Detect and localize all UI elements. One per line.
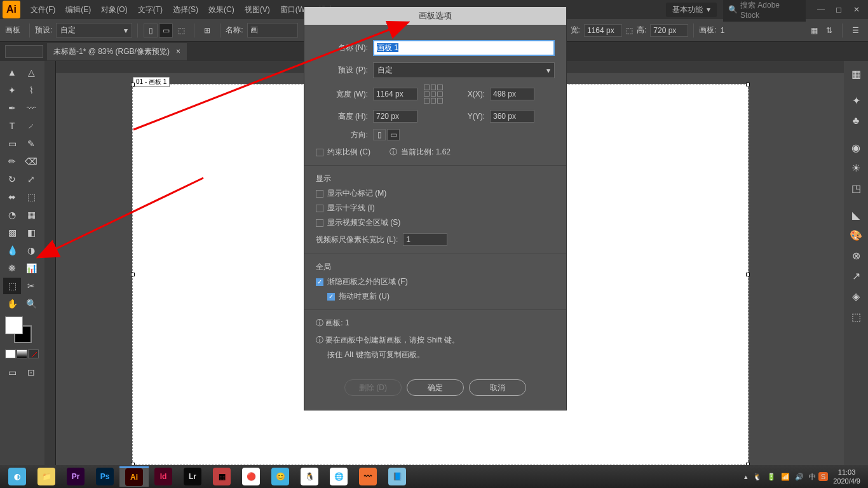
swatches-panel-icon[interactable]: 🎨 [848, 227, 864, 243]
menu-file[interactable]: 文件(F) [25, 4, 60, 15]
magic-wand-tool[interactable]: ✦ [3, 82, 21, 98]
brushes-panel-icon[interactable]: ⊗ [848, 247, 864, 264]
line-tool[interactable]: ⟋ [22, 118, 40, 134]
color-mode-solid[interactable] [5, 349, 16, 358]
preset-select[interactable]: 自定▾ [56, 23, 132, 37]
fill-color[interactable] [5, 316, 23, 334]
fade-outside-checkbox[interactable]: ✓ [316, 278, 323, 286]
artboard-options-icon[interactable]: ⊞ [200, 24, 214, 37]
orientation-portrait-btn[interactable]: ▯ [373, 129, 386, 140]
eraser-tool[interactable]: ⌫ [22, 153, 40, 170]
color-panel-icon[interactable]: ♣ [848, 112, 864, 129]
mesh-tool[interactable]: ▩ [3, 224, 21, 241]
paintbrush-tool[interactable]: ✎ [22, 135, 40, 152]
hand-tool[interactable]: ✋ [3, 295, 21, 312]
name-input[interactable]: 画 [247, 23, 298, 37]
type-tool[interactable]: T [3, 118, 21, 134]
symbol-sprayer-tool[interactable]: ❋ [3, 260, 21, 276]
symbols-panel-icon[interactable]: ↗ [848, 268, 864, 284]
orientation-landscape[interactable]: ▭ [159, 24, 173, 37]
resize-handle-l[interactable] [131, 273, 135, 276]
taskbar-clock[interactable]: 11:03 2020/4/9 [828, 468, 865, 485]
curvature-tool[interactable]: 〰 [22, 100, 40, 116]
tray-volume-icon[interactable]: 🔊 [792, 473, 806, 481]
color-swatch[interactable] [5, 316, 32, 343]
pen-tool[interactable]: ✒ [3, 100, 21, 116]
shaper-tool[interactable]: ✏ [3, 153, 21, 170]
menu-effect[interactable]: 效果(C) [203, 4, 240, 15]
resize-handle-r[interactable] [746, 273, 750, 276]
taskbar-browser[interactable]: ◐ [3, 466, 32, 487]
taskbar-id[interactable]: Id [149, 466, 178, 487]
height-input[interactable]: 720 px [650, 24, 688, 37]
pixel-ratio-field[interactable]: 1 [403, 233, 447, 246]
taskbar-lr[interactable]: Lr [178, 466, 207, 487]
tray-ime-icon[interactable]: 中 [806, 472, 818, 482]
menu-type[interactable]: 文字(T) [133, 4, 168, 15]
width-field[interactable]: 1164 px [373, 88, 417, 100]
rectangle-tool[interactable]: ▭ [3, 135, 21, 152]
screen-mode-full[interactable]: ⊡ [22, 364, 40, 381]
orientation-landscape-btn[interactable]: ▭ [387, 129, 400, 140]
arrange-icon[interactable]: ⇅ [822, 24, 836, 37]
color-mode-none[interactable]: ⟋ [28, 349, 39, 358]
show-center-checkbox[interactable] [316, 190, 323, 198]
name-field[interactable]: 画板 1 [373, 40, 555, 56]
align-icon[interactable]: ▦ [807, 24, 821, 37]
y-field[interactable]: 360 px [490, 110, 534, 123]
properties-panel-icon[interactable]: ▦ [848, 65, 864, 82]
tray-up-icon[interactable]: ▴ [742, 473, 750, 481]
libraries-panel-icon[interactable]: ✦ [848, 92, 864, 109]
slice-tool[interactable]: ✂ [22, 278, 40, 294]
selection-tool[interactable]: ▲ [3, 64, 21, 81]
taskbar-ps[interactable]: Ps [90, 466, 119, 487]
adobe-stock-search[interactable]: 🔍搜索 Adobe Stock [723, 0, 806, 22]
resize-handle-tl[interactable] [131, 83, 135, 86]
stroke-panel-icon[interactable]: ◈ [848, 288, 864, 304]
graphic-styles-panel-icon[interactable]: ◳ [848, 180, 864, 196]
lasso-tool[interactable]: ⌇ [22, 82, 40, 98]
menu-object[interactable]: 对象(O) [96, 4, 132, 15]
taskbar-app-6[interactable]: ▦ [207, 466, 236, 487]
width-tool[interactable]: ⬌ [3, 189, 21, 205]
perspective-tool[interactable]: ▦ [22, 207, 40, 223]
tray-qq-icon[interactable]: 🐧 [750, 473, 764, 481]
link-icon[interactable]: ⬚ [626, 26, 633, 35]
preset-field[interactable]: 自定▾ [373, 62, 555, 78]
taskbar-notes[interactable]: 📘 [383, 466, 412, 487]
update-drag-checkbox[interactable]: ✓ [327, 293, 335, 301]
orientation-portrait[interactable]: ▯ [144, 24, 158, 37]
free-transform-tool[interactable]: ⬚ [22, 189, 40, 205]
taskbar-chrome[interactable]: 🌐 [324, 466, 353, 487]
taskbar-app-7[interactable]: 🔴 [236, 466, 266, 487]
tab-close-icon[interactable]: × [176, 47, 180, 56]
ruler-vertical[interactable] [44, 61, 56, 465]
maximize-button[interactable]: ◻ [830, 3, 848, 16]
menu-select[interactable]: 选择(S) [168, 4, 203, 15]
align-panel-icon[interactable]: ⬚ [848, 308, 864, 325]
tray-battery-icon[interactable]: 🔋 [764, 473, 778, 481]
taskbar-app-8[interactable]: 😊 [266, 466, 295, 487]
show-cross-checkbox[interactable] [316, 205, 323, 212]
resize-handle-tr[interactable] [746, 83, 750, 86]
taskbar-pr[interactable]: Pr [61, 466, 90, 487]
workspace-switcher[interactable]: 基本功能▾ [666, 3, 717, 17]
taskbar-app-9[interactable]: 〰 [353, 466, 383, 487]
show-video-checkbox[interactable] [316, 219, 323, 227]
tray-wifi-icon[interactable]: 📶 [778, 473, 792, 481]
layers-panel-icon[interactable]: ◣ [848, 207, 864, 223]
zoom-tool[interactable]: 🔍 [22, 295, 40, 312]
reference-point-grid[interactable] [424, 85, 443, 104]
cc-panel-icon[interactable]: ◉ [848, 139, 864, 156]
artboard-tool[interactable]: ⬚ [3, 278, 21, 294]
x-field[interactable]: 498 px [490, 88, 534, 100]
eyedropper-tool[interactable]: 💧 [3, 242, 21, 259]
scale-tool[interactable]: ⤢ [22, 171, 40, 187]
minimize-button[interactable]: — [812, 3, 830, 16]
constrain-checkbox[interactable] [316, 149, 323, 156]
appearance-panel-icon[interactable]: ☀ [848, 159, 864, 176]
color-mode-gradient[interactable] [17, 349, 27, 358]
tray-sogou-icon[interactable]: S [818, 472, 828, 481]
gradient-tool[interactable]: ◧ [22, 224, 40, 241]
graph-tool[interactable]: 📊 [22, 260, 40, 276]
